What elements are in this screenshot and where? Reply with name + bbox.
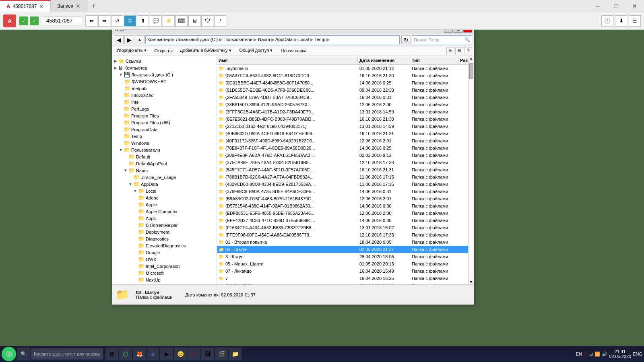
- scroll-track[interactable]: [469, 61, 473, 279]
- tree-default[interactable]: 📁 Default: [112, 153, 217, 160]
- file-row[interactable]: 📁{38B6150D-3699-4120-9AAD-260576730...12…: [217, 101, 468, 108]
- tree-naum[interactable]: ▼ 📁 Naum: [112, 167, 217, 174]
- file-row[interactable]: 📁{378988C8-B60A-4735-8D5F-84A8CE30F5...1…: [217, 188, 468, 195]
- anydesk-id-box[interactable]: 458517087: [42, 16, 82, 25]
- file-row[interactable]: 📁01 - Вторая попытка18.04.2020 6:05Папка…: [217, 239, 468, 246]
- maximize-btn[interactable]: □: [607, 0, 625, 12]
- tree-oracle[interactable]: 📁 .oracle_jre_usage: [112, 174, 217, 181]
- file-row[interactable]: 📁{EFF42B27-4C83-471C-826D-37B556699C...1…: [217, 217, 468, 224]
- view-list-btn[interactable]: ≡: [446, 47, 454, 54]
- tab-close-btn[interactable]: ✕: [39, 3, 44, 10]
- toolbar-icon-6[interactable]: 💬: [150, 15, 162, 27]
- file-row[interactable]: 📁716.04.2020 16:25Папка с файлами: [217, 275, 468, 282]
- tree-google[interactable]: 📁 Google: [112, 249, 217, 256]
- taskbar-app-1[interactable]: ⬡: [119, 348, 132, 360]
- tree-programdata[interactable]: 📁 ProgramData: [112, 126, 217, 133]
- tree-gwx[interactable]: 📁 GWX: [112, 256, 217, 263]
- file-row[interactable]: 📁{F1664CF4-A434-4A52-B835-C532EF39B8...1…: [217, 224, 468, 231]
- view-details-btn[interactable]: ⊟: [455, 47, 463, 54]
- tree-intel[interactable]: 📁 Intel: [112, 99, 217, 105]
- taskbar-app-4[interactable]: ▶: [160, 348, 173, 360]
- file-row[interactable]: 📁{6E7E5821-B85D-4DFC-B083-F49B78ADD...16…: [217, 115, 468, 123]
- taskbar-app-9[interactable]: 📁: [229, 348, 242, 360]
- minimize-btn[interactable]: ─: [588, 0, 607, 12]
- tree-users[interactable]: ▼ 📁 Пользователи: [112, 146, 217, 153]
- file-row[interactable]: 📁03 - Шатун02.05.2020 21:37Папка с файла…: [217, 246, 468, 253]
- file-row[interactable]: 📁{3FFF3C2B-4A6E-417B-A1D2-F8DA40E79...13…: [217, 108, 468, 115]
- tree-diagnostics[interactable]: 📁 Diagnostics: [112, 235, 217, 242]
- file-row[interactable]: 📁{22121b0-0163-4e3f-8ce0-84394803171}13.…: [217, 123, 468, 130]
- file-row[interactable]: 📁{0D01BBBC-44E7-4840-B58C-80F1A7050...14…: [217, 79, 468, 86]
- file-row[interactable]: 📁{FFE9F08-00FC-454E-AA86-EA00586F73...12…: [217, 231, 468, 239]
- tree-apps[interactable]: 📁 Apps: [112, 215, 217, 222]
- organize-menu[interactable]: Упорядочить ▾: [114, 47, 149, 54]
- address-bar[interactable]: Компьютер ▶ Локальный диск (C:) ▶ Пользо…: [145, 35, 400, 44]
- scrollbar[interactable]: ▲ ▼: [468, 56, 474, 284]
- file-row[interactable]: 📁{D5751546-438C-414F-93AF-01B9862A30...1…: [217, 202, 468, 210]
- scroll-down[interactable]: ▼: [469, 280, 473, 284]
- file-row[interactable]: 📁{40F01172-826F-496D-8969-6A9291B22D0...…: [217, 137, 468, 144]
- col-date-header[interactable]: Дата изменения: [358, 57, 410, 64]
- toolbar-icon-8[interactable]: ⌨: [175, 15, 188, 27]
- file-row[interactable]: 📁{375CA88E-78F5-49A4-8D04-82D5619B8...12…: [217, 159, 468, 166]
- file-row[interactable]: 📁{2FA55349-119A-4DD7-83A7-7A3C604C9...16…: [217, 94, 468, 101]
- tree-adobe[interactable]: 📁 Adobe: [112, 194, 217, 201]
- file-row[interactable]: 📁3. Шатун28.04.2020 18:06Папка с файлами: [217, 253, 468, 260]
- share-menu[interactable]: Общий доступ ▾: [237, 47, 275, 54]
- tree-nextup[interactable]: 📁 NextUp: [112, 276, 217, 283]
- tree-programfiles86[interactable]: 📁 Program Files (x86): [112, 119, 217, 126]
- taskbar-app-3[interactable]: e: [147, 348, 159, 360]
- scroll-up[interactable]: ▲: [469, 56, 473, 60]
- file-row[interactable]: 📁07 - Ликайдо16.04.2020 15:49Папка с фай…: [217, 267, 468, 275]
- file-row[interactable]: 📁{EDF28531-E5F6-4055-96BE-7655A23A46...1…: [217, 210, 468, 217]
- tab-anydesk[interactable]: A 458517087 ✕: [0, 0, 51, 12]
- nav-forward[interactable]: ▶: [124, 35, 134, 44]
- history-icon[interactable]: 🕐: [601, 15, 613, 27]
- file-row[interactable]: 📁{209F4E8F-A6BA-476D-AFA1-21F65DAA3...02…: [217, 152, 468, 159]
- taskbar-app-8[interactable]: 🎬: [215, 348, 228, 360]
- taskbar-app-7[interactable]: 🖼: [201, 348, 214, 360]
- tree-defaultapppool[interactable]: 📁 DefaultAppPool: [112, 160, 217, 167]
- tree-deployment[interactable]: 📁 Deployment: [112, 228, 217, 235]
- toolbar-icon-5[interactable]: ⬆: [137, 15, 149, 27]
- scroll-thumb[interactable]: [469, 63, 473, 79]
- menu-icon[interactable]: ☰: [629, 15, 641, 27]
- taskbar-app-5[interactable]: 😊: [174, 348, 187, 360]
- taskbar-app-6[interactable]: ⬡: [188, 348, 200, 360]
- file-row[interactable]: 📁{01D655D7-ED2E-40D5-A7F9-5360DEC96...09…: [217, 86, 468, 94]
- help-btn[interactable]: ?: [464, 47, 472, 54]
- tree-perflogs[interactable]: 📁 PerfLogs: [112, 105, 217, 112]
- tree-links[interactable]: ▶ ⭐ Ссылки: [112, 58, 217, 64]
- file-row[interactable]: 📁{08A37FC4-A634-4932-8D41-818D70DD0...16…: [217, 72, 468, 79]
- tree-elevated[interactable]: 📁 ElevatedDiagnostics: [112, 242, 217, 249]
- file-row[interactable]: 📁{B9A83C02-D16F-4463-B070-2161B4679C...1…: [217, 195, 468, 202]
- file-row[interactable]: 📁{70E8437F-F10F-4F14-8DE6-89A58D0D20...1…: [217, 144, 468, 152]
- tree-apple[interactable]: 📁 Apple: [112, 201, 217, 208]
- new-folder-btn[interactable]: Новая папка: [278, 47, 309, 54]
- start-button[interactable]: ⊞: [2, 347, 16, 361]
- tree-appdata[interactable]: ▼ 📁 AppData: [112, 181, 217, 187]
- tree-local[interactable]: ▼ 📁 Local: [112, 187, 217, 194]
- file-row[interactable]: 📁{40B9602D-062A-4CED-8618-B94D16E494...1…: [217, 130, 468, 137]
- toolbar-icon-9[interactable]: 🖥: [188, 15, 200, 27]
- green-icon2[interactable]: ✓: [30, 16, 39, 25]
- toolbar-icon-3[interactable]: ↺: [111, 15, 123, 27]
- tree-infovoz[interactable]: 📁 Infovoz2.llc: [112, 92, 217, 99]
- toolbar-icon-7[interactable]: ⚡: [163, 15, 175, 27]
- new-tab-btn[interactable]: +: [87, 0, 99, 12]
- file-row[interactable]: 📁{4329CD60-8C08-4334-8ED9-E28173539A...1…: [217, 181, 468, 188]
- tab-records[interactable]: Записи ✕: [51, 0, 87, 12]
- col-size-header[interactable]: Размер: [458, 57, 468, 64]
- tree-windows-bt[interactable]: 📁 $WINDOWS.~BT: [112, 78, 217, 85]
- tree-inetpub[interactable]: 📁 inetpub: [112, 85, 217, 92]
- nav-up[interactable]: ▲: [135, 35, 144, 44]
- file-row[interactable]: 📁05 - Монах. Шанти01.05.2020 20:13Папка …: [217, 260, 468, 267]
- tree-apple-computer[interactable]: 📁 Apple Computer: [112, 208, 217, 215]
- tree-temp-root[interactable]: 📁 Temp: [112, 133, 217, 140]
- toolbar-icon-1[interactable]: ⬅: [85, 15, 97, 27]
- refresh-btn[interactable]: ↻: [401, 35, 411, 44]
- nav-back[interactable]: ◀: [114, 35, 124, 44]
- taskbar-app-taskmgr[interactable]: ⊞: [105, 348, 118, 360]
- download-icon[interactable]: ⬇: [615, 15, 627, 27]
- file-row[interactable]: 📁{788B1B7D-62C6-4A27-AF7A-04FBD9824...11…: [217, 173, 468, 181]
